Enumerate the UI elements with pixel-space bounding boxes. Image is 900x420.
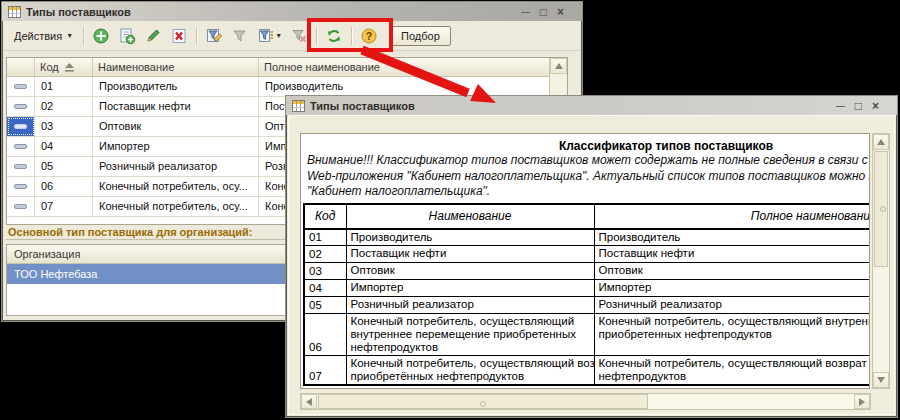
filter-by-value-button[interactable] xyxy=(227,24,253,48)
fullname-column-header: Полное наименование xyxy=(594,204,870,229)
document-vertical-scrollbar[interactable] xyxy=(872,133,890,389)
row-code-cell: 05 xyxy=(304,297,346,314)
add-copy-button[interactable] xyxy=(114,24,140,48)
front-window-title: Типы поставщиков xyxy=(310,100,415,112)
minimize-icon[interactable]: ─ xyxy=(836,99,845,113)
clear-filter-button[interactable] xyxy=(286,24,312,48)
minimize-icon[interactable]: ─ xyxy=(521,5,530,19)
classifier-table-row: 02Поставщик нефтиПоставщик нефти xyxy=(304,246,870,263)
warning-line-3: "Кабинет налогоплательщика". xyxy=(307,184,870,200)
list-window-icon xyxy=(292,100,305,112)
toolbar-separator xyxy=(316,27,317,45)
row-name-cell: Поставщик нефти xyxy=(346,246,594,263)
horizontal-scroll-thumb[interactable] xyxy=(318,394,648,409)
edit-button[interactable] xyxy=(140,24,166,48)
scroll-right-button[interactable] xyxy=(854,394,870,409)
code-column-label: Код xyxy=(40,61,59,73)
filter-history-button[interactable]: ▼ xyxy=(253,24,286,48)
row-marker-icon xyxy=(7,97,35,116)
row-code-cell: 03 xyxy=(304,263,346,280)
row-marker-icon xyxy=(7,157,35,176)
horizontal-scroll-track[interactable] xyxy=(648,394,854,409)
name-column-header[interactable]: Наименование xyxy=(93,58,259,76)
dash-marker-icon xyxy=(14,144,27,149)
delete-x-icon xyxy=(170,27,188,45)
list-toolbar: Действия ▼ xyxy=(4,21,580,51)
classifier-table-header: Код Наименование Полное наименование xyxy=(304,204,870,229)
add-icon xyxy=(92,27,110,45)
row-name-cell: Конечный потребитель, осуществляющий вну… xyxy=(346,314,594,356)
row-name-cell: Розничный реализатор xyxy=(93,157,259,176)
document-horizontal-scrollbar[interactable] xyxy=(300,393,871,410)
actions-menu-button[interactable]: Действия ▼ xyxy=(8,24,79,48)
row-name-cell: Импортер xyxy=(93,137,259,156)
row-marker-icon xyxy=(7,137,35,156)
organization-column-label: Организация xyxy=(14,248,80,260)
row-code-cell: 05 xyxy=(35,157,93,176)
maximize-icon[interactable]: □ xyxy=(540,5,547,19)
code-column-header[interactable]: Код xyxy=(35,58,93,76)
classifier-table-row: 04ИмпортерИмпортер xyxy=(304,280,870,297)
row-fullname-cell: Конечный потребитель, осуществляющий воз… xyxy=(594,356,870,386)
back-window-titlebar[interactable]: Типы поставщиков ─ □ × xyxy=(2,2,582,21)
row-code-cell: 02 xyxy=(304,246,346,263)
dash-marker-icon xyxy=(14,204,27,209)
classifier-table-row: 05Розничный реализаторРозничный реализат… xyxy=(304,297,870,314)
refresh-button[interactable] xyxy=(321,24,347,48)
maximize-icon[interactable]: □ xyxy=(855,99,862,113)
row-code-cell: 02 xyxy=(35,97,93,116)
classifier-document: Классификатор типов поставщиков Внимание… xyxy=(300,133,870,389)
scroll-left-icon xyxy=(306,398,312,406)
row-name-cell: Конечный потребитель, осуществляющий воз… xyxy=(346,356,594,386)
row-fullname-cell: Поставщик нефти xyxy=(594,246,870,263)
row-fullname-cell: Розничный реализатор xyxy=(594,297,870,314)
row-marker-icon xyxy=(7,197,35,216)
dash-marker-icon xyxy=(14,104,27,109)
podbor-button[interactable]: Подбор xyxy=(390,26,451,46)
scroll-up-icon xyxy=(555,63,563,69)
classifier-table-row: 06Конечный потребитель, осуществляющий в… xyxy=(304,314,870,356)
chevron-down-icon: ▼ xyxy=(66,32,73,39)
row-fullname-cell: Производитель xyxy=(259,77,549,96)
row-code-cell: 01 xyxy=(304,229,346,246)
suppliers-table-header: Код Наименование Полное наименование xyxy=(7,58,567,77)
toolbar-separator xyxy=(83,27,84,45)
row-code-cell: 06 xyxy=(35,177,93,196)
scroll-left-button[interactable] xyxy=(301,394,317,409)
row-marker-icon xyxy=(7,177,35,196)
scroll-up-button[interactable] xyxy=(873,134,889,150)
add-button[interactable] xyxy=(88,24,114,48)
classifier-table-row: 01ПроизводительПроизводитель xyxy=(304,229,870,246)
warning-line-2: Web-приложения "Кабинет налогоплательщик… xyxy=(307,169,870,185)
chevron-down-icon: ▼ xyxy=(275,32,282,39)
filter-icon xyxy=(231,27,249,45)
row-name-cell: Поставщик нефти xyxy=(93,97,259,116)
delete-button[interactable] xyxy=(166,24,192,48)
row-fullname-cell: Оптовик xyxy=(594,263,870,280)
marker-column-header[interactable] xyxy=(7,58,35,76)
help-button[interactable]: ? xyxy=(356,24,382,48)
row-code-cell: 04 xyxy=(304,280,346,297)
back-window-title: Типы поставщиков xyxy=(26,6,131,18)
table-row[interactable]: 01ПроизводительПроизводитель xyxy=(7,77,549,97)
help-icon: ? xyxy=(360,27,378,45)
vertical-scroll-thumb[interactable] xyxy=(874,151,888,267)
fullname-column-header[interactable]: Полное наименование xyxy=(259,58,549,76)
toolbar-separator xyxy=(351,27,352,45)
dash-marker-icon xyxy=(14,164,27,169)
scroll-up-button[interactable] xyxy=(550,58,567,74)
org-section-label: Основной тип поставщика для организаций: xyxy=(8,226,253,238)
scroll-right-icon xyxy=(859,398,865,406)
row-code-cell: 01 xyxy=(35,77,93,96)
close-icon[interactable]: × xyxy=(557,5,564,19)
row-name-cell: Оптовик xyxy=(93,117,259,136)
row-fullname-cell: Импортер xyxy=(594,280,870,297)
close-icon[interactable]: × xyxy=(872,99,879,113)
scroll-down-button[interactable] xyxy=(873,372,889,388)
fullname-column-label: Полное наименование xyxy=(264,61,380,73)
list-window-icon xyxy=(8,6,21,18)
row-name-cell: Производитель xyxy=(93,77,259,96)
dash-marker-icon xyxy=(14,84,27,89)
filter-settings-button[interactable] xyxy=(201,24,227,48)
front-window-titlebar[interactable]: Типы поставщиков ─ □ × xyxy=(286,96,897,115)
